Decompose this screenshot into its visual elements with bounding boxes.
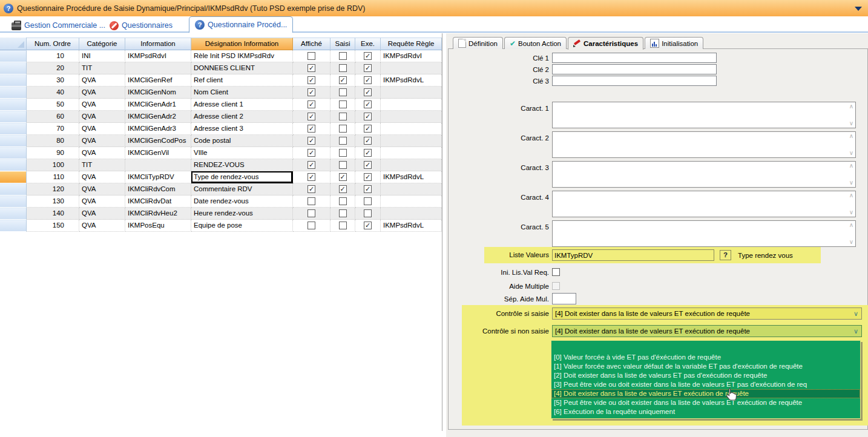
checkbox[interactable]: ✓: [307, 161, 315, 169]
checkbox[interactable]: [339, 88, 347, 96]
dropdown-option[interactable]: [2] Doit exister dans la liste de valeur…: [551, 371, 860, 380]
grid-cell[interactable]: [330, 99, 355, 111]
key-input[interactable]: [552, 64, 717, 74]
grid-cell[interactable]: IKMCliGenAdr3: [125, 123, 191, 135]
checkbox[interactable]: ✓: [364, 76, 372, 84]
scroll-up-icon[interactable]: ∧: [849, 104, 853, 110]
checkbox[interactable]: ✓: [364, 185, 372, 193]
row-selector[interactable]: [0, 135, 27, 147]
grid-cell[interactable]: ✓: [355, 74, 381, 87]
grid-cell[interactable]: INI: [79, 50, 125, 62]
liste-valeurs-input[interactable]: [552, 249, 714, 261]
checkbox[interactable]: ✓: [307, 64, 315, 72]
grid-cell[interactable]: ✓: [355, 220, 381, 232]
grid-cell[interactable]: 40: [27, 87, 79, 99]
grid-cell[interactable]: ✓: [293, 135, 330, 147]
grid-cell[interactable]: IKMCliGenNom: [125, 87, 191, 99]
grid-cell[interactable]: IKMCliRdvCom: [125, 183, 191, 196]
checkbox[interactable]: ✓: [307, 173, 315, 181]
checkbox[interactable]: [307, 209, 315, 217]
grid-cell[interactable]: 130: [27, 196, 79, 208]
checkbox[interactable]: ✓: [364, 64, 372, 72]
grid-cell[interactable]: IKMPsdRdvL: [381, 74, 442, 87]
grid-cell[interactable]: IKMPsdRdvL: [381, 171, 442, 183]
grid-cell[interactable]: [381, 135, 442, 147]
controle-si-saisie-select[interactable]: [4] Doit exister dans la liste de valeur…: [552, 307, 862, 320]
row-selector[interactable]: [0, 208, 27, 220]
grid-cell[interactable]: [381, 183, 442, 196]
grid-cell[interactable]: ✓: [355, 171, 381, 183]
grid-cell[interactable]: IKMCliGenAdr2: [125, 111, 191, 123]
checkbox[interactable]: [307, 52, 315, 60]
dropdown-option[interactable]: [5] Peut être vide ou doit exister dans …: [551, 398, 860, 407]
grid-cell[interactable]: [330, 159, 355, 171]
grid-cell[interactable]: Rèle Init PSD IKMPsdRdv: [191, 50, 293, 62]
grid-cell[interactable]: [330, 50, 355, 62]
grid-cell[interactable]: TIT: [79, 62, 125, 74]
grid-cell[interactable]: Equipe de pose: [191, 220, 293, 232]
grid-cell[interactable]: [330, 220, 355, 232]
scroll-down-icon[interactable]: ∨: [849, 239, 853, 245]
grid-cell[interactable]: [381, 196, 442, 208]
key-input[interactable]: [552, 53, 717, 63]
caract-field[interactable]: ∧∨: [552, 220, 856, 247]
grid-cell[interactable]: ✓: [293, 111, 330, 123]
grid-cell[interactable]: ✓: [293, 183, 330, 196]
grid-cell[interactable]: [330, 208, 355, 220]
grid-cell[interactable]: QVA: [79, 111, 125, 123]
grid-cell[interactable]: ✓: [293, 147, 330, 159]
checkbox[interactable]: [339, 222, 347, 229]
checkbox[interactable]: ✓: [307, 100, 315, 108]
tab-gestion-commerciale[interactable]: Gestion Commerciale ...: [6, 18, 111, 33]
checkbox[interactable]: ✓: [339, 76, 347, 84]
grid-cell[interactable]: ✓: [355, 62, 381, 74]
checkbox[interactable]: [339, 52, 347, 60]
checkbox[interactable]: ✓: [307, 185, 315, 193]
dropdown-option[interactable]: [3] Peut être vide ou doit exister dans …: [551, 380, 860, 389]
checkbox[interactable]: [339, 209, 347, 217]
grid-cell[interactable]: IKMCliRdvHeu2: [125, 208, 191, 220]
table-row[interactable]: 30QVAIKMCliGenRefRef client✓✓✓IKMPsdRdvL: [0, 74, 442, 87]
grid-cell[interactable]: ✓: [355, 159, 381, 171]
grid-cell[interactable]: [381, 147, 442, 159]
grid-cell[interactable]: IKMCliGenRef: [125, 74, 191, 87]
grid-cell[interactable]: Code postal: [191, 135, 293, 147]
dropdown-option[interactable]: [0] Valeur forcée à vide ET pas d'éxécut…: [551, 353, 860, 362]
grid-cell[interactable]: Ref client: [191, 74, 293, 87]
grid-cell[interactable]: RENDEZ-VOUS: [191, 159, 293, 171]
checkbox[interactable]: ✓: [364, 161, 372, 169]
column-header-1[interactable]: Num. Ordre: [27, 38, 79, 50]
checkbox[interactable]: ✓: [364, 88, 372, 96]
row-selector[interactable]: [0, 123, 27, 135]
grid-cell[interactable]: ✓: [293, 171, 330, 183]
checkbox[interactable]: [339, 161, 347, 169]
grid-cell[interactable]: QVA: [79, 183, 125, 196]
row-selector[interactable]: [0, 87, 27, 99]
scroll-up-icon[interactable]: ∧: [849, 192, 853, 199]
grid-cell[interactable]: [330, 62, 355, 74]
scroll-down-icon[interactable]: ∨: [849, 209, 853, 215]
checkbox[interactable]: ✓: [307, 137, 315, 145]
grid-cell[interactable]: Type de rendez-vous: [191, 171, 293, 183]
checkbox[interactable]: [307, 222, 315, 229]
checkbox[interactable]: [339, 197, 347, 205]
column-header-5[interactable]: Affiché: [293, 38, 330, 50]
grid-cell[interactable]: [381, 87, 442, 99]
checkbox[interactable]: [339, 64, 347, 72]
tab-initialisation[interactable]: Initialisation: [645, 37, 703, 49]
grid-cell[interactable]: 100: [27, 159, 79, 171]
table-row[interactable]: 50QVAIKMCliGenAdr1Adresse client 1✓✓: [0, 99, 442, 111]
table-row[interactable]: 100TITRENDEZ-VOUS✓✓: [0, 159, 442, 171]
tab-bouton-action[interactable]: ✔ Bouton Action: [504, 37, 567, 49]
grid-cell[interactable]: IKMCliGenCodPos: [125, 135, 191, 147]
grid-cell[interactable]: [381, 159, 442, 171]
grid-cell[interactable]: [330, 87, 355, 99]
grid-cell[interactable]: QVA: [79, 196, 125, 208]
grid-cell[interactable]: Heure rendez-vous: [191, 208, 293, 220]
grid-cell[interactable]: ✓: [355, 111, 381, 123]
grid-cell[interactable]: [125, 62, 191, 74]
grid-cell[interactable]: ✓: [293, 123, 330, 135]
tab-definition[interactable]: Définition: [453, 37, 503, 49]
checkbox[interactable]: [364, 197, 372, 205]
grid-cell[interactable]: [381, 208, 442, 220]
